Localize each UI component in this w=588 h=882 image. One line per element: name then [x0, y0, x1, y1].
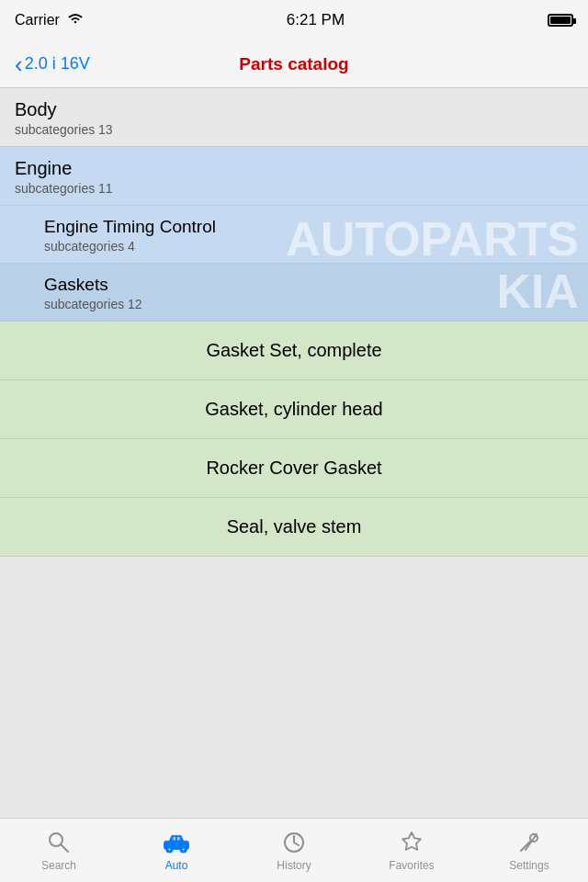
svg-rect-3 — [173, 836, 176, 840]
carrier-label: Carrier — [15, 12, 60, 28]
category-subcategory-count: subcategories 11 — [15, 181, 573, 196]
category-name: Body — [15, 99, 573, 120]
wifi-icon — [67, 12, 84, 28]
part-row-1[interactable]: Gasket, cylinder head — [0, 380, 588, 439]
search-icon — [44, 830, 74, 855]
subcategory-name: Engine Timing Control — [44, 217, 573, 237]
nav-bar: ‹ 2.0 i 16V Parts catalog — [0, 40, 588, 88]
tab-auto[interactable]: Auto — [118, 819, 235, 882]
svg-marker-10 — [402, 832, 421, 850]
part-row-0[interactable]: Gasket Set, complete — [0, 322, 588, 380]
part-name: Gasket, cylinder head — [15, 399, 573, 420]
svg-line-1 — [62, 844, 69, 852]
category-row-engine[interactable]: Engine subcategories 11 — [0, 147, 588, 206]
back-chevron-icon: ‹ — [15, 52, 23, 76]
history-icon — [279, 830, 309, 855]
tab-search-label: Search — [41, 859, 76, 872]
tab-bar: Search Auto — [0, 818, 588, 882]
back-button[interactable]: ‹ 2.0 i 16V — [15, 52, 90, 76]
page-title: Parts catalog — [239, 54, 348, 74]
status-bar: Carrier 6:21 PM — [0, 0, 588, 40]
tab-history-label: History — [277, 859, 311, 872]
status-time: 6:21 PM — [287, 11, 345, 29]
subcategory-count: subcategories 4 — [44, 239, 573, 254]
status-right — [548, 14, 573, 27]
tab-settings-label: Settings — [509, 859, 548, 872]
content-area: Body subcategories 13 Engine subcategori… — [0, 88, 588, 818]
subcategory-row-gaskets[interactable]: Gaskets subcategories 12 — [0, 264, 588, 322]
tab-settings[interactable]: Settings — [470, 819, 588, 882]
subcategory-name: Gaskets — [44, 275, 573, 295]
part-name: Gasket Set, complete — [15, 340, 573, 361]
watermark-container: AUTOPARTS KIA Engine Timing Control subc… — [0, 206, 588, 322]
tab-search[interactable]: Search — [0, 819, 118, 882]
svg-rect-4 — [176, 836, 180, 840]
svg-point-7 — [168, 848, 171, 851]
part-name: Rocker Cover Gasket — [15, 458, 573, 479]
category-subcategory-count: subcategories 13 — [15, 122, 573, 137]
part-row-2[interactable]: Rocker Cover Gasket — [0, 439, 588, 498]
tab-favorites[interactable]: Favorites — [353, 819, 470, 882]
settings-icon — [514, 830, 544, 855]
tab-history[interactable]: History — [235, 819, 353, 882]
battery-icon — [548, 14, 573, 27]
svg-point-8 — [182, 848, 185, 851]
category-name: Engine — [15, 158, 573, 179]
favorites-icon — [397, 830, 426, 855]
status-left: Carrier — [15, 12, 84, 28]
tab-favorites-label: Favorites — [389, 859, 434, 872]
back-label: 2.0 i 16V — [25, 54, 90, 74]
category-row-body[interactable]: Body subcategories 13 — [0, 88, 588, 147]
part-row-3[interactable]: Seal, valve stem — [0, 498, 588, 557]
tab-auto-label: Auto — [165, 859, 188, 872]
subcategory-row-timing[interactable]: Engine Timing Control subcategories 4 — [0, 206, 588, 264]
subcategory-count: subcategories 12 — [44, 297, 573, 311]
part-name: Seal, valve stem — [15, 516, 573, 537]
auto-icon — [162, 830, 191, 855]
